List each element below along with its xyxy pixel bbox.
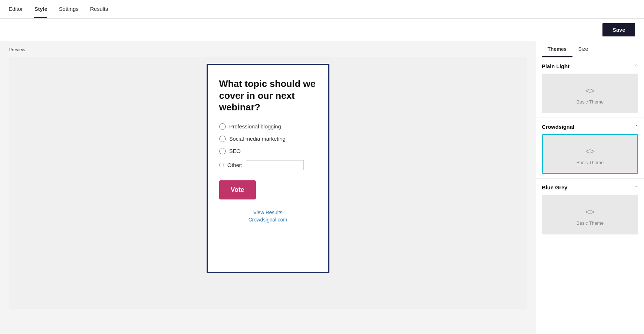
top-navigation: Editor Style Settings Results	[0, 0, 644, 19]
poll-radio-4[interactable]	[219, 163, 224, 167]
poll-question: What topic should we cover in our next w…	[219, 78, 317, 113]
chevron-up-icon-3[interactable]: ⌃	[635, 185, 638, 190]
theme-card-blue-grey[interactable]: <> Basic Theme	[542, 195, 638, 234]
option-label-4: Other:	[228, 162, 243, 168]
theme-card-label-plain-light: Basic Theme	[576, 99, 604, 105]
theme-section-header-plain-light: Plain Light ⌃	[542, 63, 638, 69]
vote-button[interactable]: Vote	[219, 180, 256, 199]
tab-themes[interactable]: Themes	[542, 41, 572, 57]
theme-section-header-crowdsignal: Crowdsignal ⌃	[542, 124, 638, 130]
crowdsignal-link[interactable]: Crowdsignal.com	[248, 217, 287, 223]
chevron-up-icon-2[interactable]: ⌃	[635, 124, 638, 129]
theme-card-label-crowdsignal: Basic Theme	[576, 160, 604, 165]
chevron-up-icon[interactable]: ⌃	[635, 64, 638, 69]
save-button[interactable]: Save	[602, 23, 635, 36]
tab-settings[interactable]: Settings	[59, 1, 78, 18]
theme-section-plain-light: Plain Light ⌃ <> Basic Theme	[536, 57, 644, 118]
list-item[interactable]: Social media marketing	[219, 136, 317, 142]
list-item[interactable]: Professional blogging	[219, 123, 317, 130]
poll-options: Professional blogging Social media marke…	[219, 123, 317, 170]
poll-radio-3[interactable]	[219, 148, 226, 154]
code-icon-2: <>	[585, 147, 595, 156]
poll-links: View Results Crowdsignal.com	[219, 210, 317, 223]
preview-area: Preview What topic should we cover in ou…	[0, 41, 536, 334]
preview-canvas: What topic should we cover in our next w…	[9, 57, 527, 309]
tab-style[interactable]: Style	[34, 1, 47, 18]
section-title-blue-grey: Blue Grey	[542, 184, 567, 190]
theme-card-label-blue-grey: Basic Theme	[576, 220, 604, 226]
sidebar-tabs: Themes Size	[536, 41, 644, 57]
poll-widget: What topic should we cover in our next w…	[207, 64, 329, 273]
option-label-3: SEO	[229, 148, 241, 154]
section-title-plain-light: Plain Light	[542, 63, 570, 69]
theme-card-plain-light[interactable]: <> Basic Theme	[542, 74, 638, 113]
code-icon: <>	[585, 86, 595, 96]
tab-editor[interactable]: Editor	[9, 1, 23, 18]
main-layout: Preview What topic should we cover in ou…	[0, 41, 644, 334]
list-item[interactable]: Other:	[219, 160, 317, 170]
tab-size[interactable]: Size	[572, 41, 594, 57]
list-item[interactable]: SEO	[219, 148, 317, 154]
preview-label: Preview	[9, 47, 527, 52]
poll-radio-2[interactable]	[219, 136, 226, 142]
poll-radio-1[interactable]	[219, 123, 226, 130]
toolbar: Save	[0, 19, 644, 41]
view-results-link[interactable]: View Results	[253, 210, 282, 215]
section-title-crowdsignal: Crowdsignal	[542, 124, 574, 130]
right-sidebar: Themes Size Plain Light ⌃ <> Basic Theme…	[536, 41, 644, 334]
option-label-2: Social media marketing	[229, 136, 286, 142]
theme-section-blue-grey: Blue Grey ⌃ <> Basic Theme	[536, 179, 644, 239]
sidebar-content: Plain Light ⌃ <> Basic Theme Crowdsignal…	[536, 57, 644, 334]
theme-section-header-blue-grey: Blue Grey ⌃	[542, 184, 638, 190]
other-text-input[interactable]	[246, 160, 304, 170]
option-label-1: Professional blogging	[229, 123, 281, 129]
code-icon-3: <>	[585, 207, 595, 217]
theme-section-crowdsignal: Crowdsignal ⌃ <> Basic Theme	[536, 118, 644, 179]
tab-results[interactable]: Results	[90, 1, 108, 18]
theme-card-crowdsignal[interactable]: <> Basic Theme	[542, 134, 638, 174]
